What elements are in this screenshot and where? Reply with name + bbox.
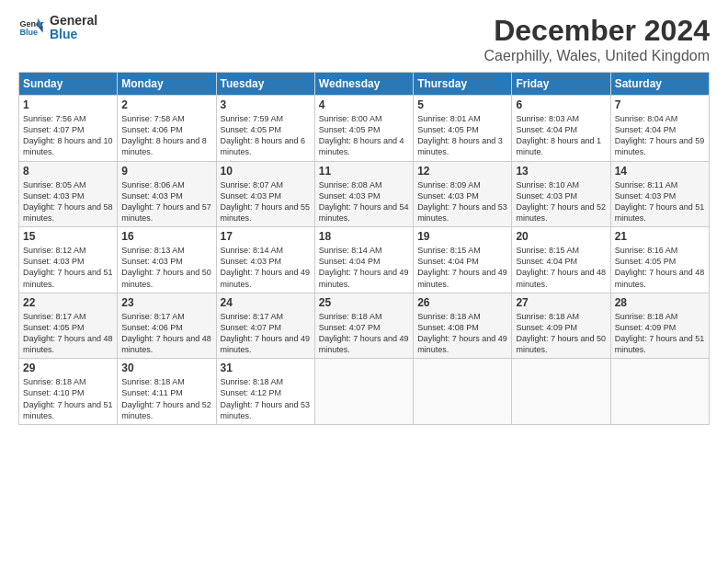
day-number: 7 xyxy=(615,98,705,111)
calendar-cell: 13Sunrise: 8:10 AMSunset: 4:03 PMDayligh… xyxy=(512,161,610,227)
day-number: 30 xyxy=(121,362,211,374)
calendar-cell: 4Sunrise: 8:00 AMSunset: 4:05 PMDaylight… xyxy=(314,96,413,162)
calendar-cell: 1Sunrise: 7:56 AMSunset: 4:07 PMDaylight… xyxy=(19,96,118,162)
calendar-week-row: 1Sunrise: 7:56 AMSunset: 4:07 PMDaylight… xyxy=(19,96,710,162)
calendar-cell: 7Sunrise: 8:04 AMSunset: 4:04 PMDaylight… xyxy=(610,96,709,162)
calendar-day-header: Saturday xyxy=(610,73,709,96)
calendar-cell: 26Sunrise: 8:18 AMSunset: 4:08 PMDayligh… xyxy=(414,293,512,359)
day-number: 9 xyxy=(121,165,211,178)
day-number: 18 xyxy=(319,230,409,243)
calendar-cell xyxy=(610,359,709,425)
main-title: December 2024 xyxy=(484,14,710,48)
svg-text:Blue: Blue xyxy=(19,29,38,38)
day-number: 29 xyxy=(23,362,113,374)
calendar-day-header: Wednesday xyxy=(314,73,413,96)
day-info: Sunrise: 8:18 AMSunset: 4:12 PMDaylight:… xyxy=(221,376,311,421)
day-info: Sunrise: 8:18 AMSunset: 4:07 PMDaylight:… xyxy=(319,311,409,356)
day-info: Sunrise: 8:18 AMSunset: 4:09 PMDaylight:… xyxy=(615,311,705,356)
logo-line1: General xyxy=(50,14,97,28)
calendar-week-row: 22Sunrise: 8:17 AMSunset: 4:05 PMDayligh… xyxy=(19,293,710,359)
calendar-cell: 27Sunrise: 8:18 AMSunset: 4:09 PMDayligh… xyxy=(512,293,610,359)
day-info: Sunrise: 8:15 AMSunset: 4:04 PMDaylight:… xyxy=(417,245,507,290)
calendar-cell: 9Sunrise: 8:06 AMSunset: 4:03 PMDaylight… xyxy=(118,161,216,227)
calendar-week-row: 8Sunrise: 8:05 AMSunset: 4:03 PMDaylight… xyxy=(19,161,710,227)
day-number: 23 xyxy=(121,296,211,309)
calendar-cell: 2Sunrise: 7:58 AMSunset: 4:06 PMDaylight… xyxy=(118,96,216,162)
calendar-cell: 11Sunrise: 8:08 AMSunset: 4:03 PMDayligh… xyxy=(314,161,413,227)
day-info: Sunrise: 8:06 AMSunset: 4:03 PMDaylight:… xyxy=(121,179,211,224)
day-number: 27 xyxy=(516,296,606,309)
header: General Blue General Blue December 2024 … xyxy=(18,14,710,64)
calendar-cell: 10Sunrise: 8:07 AMSunset: 4:03 PMDayligh… xyxy=(216,161,314,227)
day-number: 1 xyxy=(23,98,113,111)
calendar-cell: 14Sunrise: 8:11 AMSunset: 4:03 PMDayligh… xyxy=(610,161,709,227)
day-info: Sunrise: 7:58 AMSunset: 4:06 PMDaylight:… xyxy=(121,113,211,158)
day-number: 14 xyxy=(615,165,705,178)
day-info: Sunrise: 8:00 AMSunset: 4:05 PMDaylight:… xyxy=(319,113,409,158)
calendar-week-row: 29Sunrise: 8:18 AMSunset: 4:10 PMDayligh… xyxy=(19,359,710,425)
day-info: Sunrise: 7:56 AMSunset: 4:07 PMDaylight:… xyxy=(23,113,113,158)
day-info: Sunrise: 8:17 AMSunset: 4:07 PMDaylight:… xyxy=(221,311,311,356)
calendar-cell: 28Sunrise: 8:18 AMSunset: 4:09 PMDayligh… xyxy=(610,293,709,359)
calendar-cell: 6Sunrise: 8:03 AMSunset: 4:04 PMDaylight… xyxy=(512,96,610,162)
calendar: SundayMondayTuesdayWednesdayThursdayFrid… xyxy=(18,72,710,425)
calendar-cell: 24Sunrise: 8:17 AMSunset: 4:07 PMDayligh… xyxy=(216,293,314,359)
page: General Blue General Blue December 2024 … xyxy=(0,0,728,563)
calendar-cell: 16Sunrise: 8:13 AMSunset: 4:03 PMDayligh… xyxy=(118,227,216,293)
day-number: 6 xyxy=(516,98,606,111)
day-number: 15 xyxy=(23,230,113,243)
day-info: Sunrise: 8:16 AMSunset: 4:05 PMDaylight:… xyxy=(615,245,705,290)
calendar-cell: 30Sunrise: 8:18 AMSunset: 4:11 PMDayligh… xyxy=(118,359,216,425)
day-number: 16 xyxy=(121,230,211,243)
day-info: Sunrise: 8:17 AMSunset: 4:06 PMDaylight:… xyxy=(121,311,211,356)
day-info: Sunrise: 8:11 AMSunset: 4:03 PMDaylight:… xyxy=(615,179,705,224)
day-info: Sunrise: 8:10 AMSunset: 4:03 PMDaylight:… xyxy=(516,179,606,224)
day-info: Sunrise: 8:18 AMSunset: 4:10 PMDaylight:… xyxy=(23,376,113,421)
calendar-cell: 15Sunrise: 8:12 AMSunset: 4:03 PMDayligh… xyxy=(19,227,118,293)
calendar-cell: 8Sunrise: 8:05 AMSunset: 4:03 PMDaylight… xyxy=(19,161,118,227)
day-number: 21 xyxy=(615,230,705,243)
logo-line2: Blue xyxy=(50,28,97,41)
calendar-cell: 23Sunrise: 8:17 AMSunset: 4:06 PMDayligh… xyxy=(118,293,216,359)
calendar-cell: 3Sunrise: 7:59 AMSunset: 4:05 PMDaylight… xyxy=(216,96,314,162)
calendar-cell: 18Sunrise: 8:14 AMSunset: 4:04 PMDayligh… xyxy=(314,227,413,293)
calendar-cell xyxy=(314,359,413,425)
calendar-day-header: Thursday xyxy=(414,73,512,96)
logo-icon: General Blue xyxy=(18,15,44,40)
day-info: Sunrise: 8:01 AMSunset: 4:05 PMDaylight:… xyxy=(417,113,507,158)
day-number: 2 xyxy=(121,98,211,111)
day-number: 17 xyxy=(221,230,311,243)
calendar-day-header: Sunday xyxy=(19,73,118,96)
day-number: 4 xyxy=(319,98,409,111)
calendar-cell: 5Sunrise: 8:01 AMSunset: 4:05 PMDaylight… xyxy=(414,96,512,162)
day-number: 10 xyxy=(221,165,311,178)
day-info: Sunrise: 8:03 AMSunset: 4:04 PMDaylight:… xyxy=(516,113,606,158)
calendar-day-header: Friday xyxy=(512,73,610,96)
day-number: 25 xyxy=(319,296,409,309)
day-info: Sunrise: 8:14 AMSunset: 4:03 PMDaylight:… xyxy=(221,245,311,290)
day-info: Sunrise: 8:18 AMSunset: 4:11 PMDaylight:… xyxy=(121,376,211,421)
day-info: Sunrise: 8:14 AMSunset: 4:04 PMDaylight:… xyxy=(319,245,409,290)
day-info: Sunrise: 8:12 AMSunset: 4:03 PMDaylight:… xyxy=(23,245,113,290)
day-number: 11 xyxy=(319,165,409,178)
day-number: 13 xyxy=(516,165,606,178)
day-number: 31 xyxy=(221,362,311,374)
day-info: Sunrise: 8:15 AMSunset: 4:04 PMDaylight:… xyxy=(516,245,606,290)
title-block: December 2024 Caerphilly, Wales, United … xyxy=(484,14,710,64)
calendar-cell xyxy=(512,359,610,425)
calendar-cell xyxy=(414,359,512,425)
calendar-cell: 20Sunrise: 8:15 AMSunset: 4:04 PMDayligh… xyxy=(512,227,610,293)
day-number: 24 xyxy=(221,296,311,309)
day-number: 5 xyxy=(417,98,507,111)
subtitle: Caerphilly, Wales, United Kingdom xyxy=(484,48,710,64)
calendar-cell: 31Sunrise: 8:18 AMSunset: 4:12 PMDayligh… xyxy=(216,359,314,425)
day-number: 20 xyxy=(516,230,606,243)
day-number: 12 xyxy=(417,165,507,178)
calendar-week-row: 15Sunrise: 8:12 AMSunset: 4:03 PMDayligh… xyxy=(19,227,710,293)
day-info: Sunrise: 8:17 AMSunset: 4:05 PMDaylight:… xyxy=(23,311,113,356)
calendar-cell: 21Sunrise: 8:16 AMSunset: 4:05 PMDayligh… xyxy=(610,227,709,293)
calendar-day-header: Tuesday xyxy=(216,73,314,96)
calendar-cell: 22Sunrise: 8:17 AMSunset: 4:05 PMDayligh… xyxy=(19,293,118,359)
day-number: 22 xyxy=(23,296,113,309)
day-info: Sunrise: 8:05 AMSunset: 4:03 PMDaylight:… xyxy=(23,179,113,224)
